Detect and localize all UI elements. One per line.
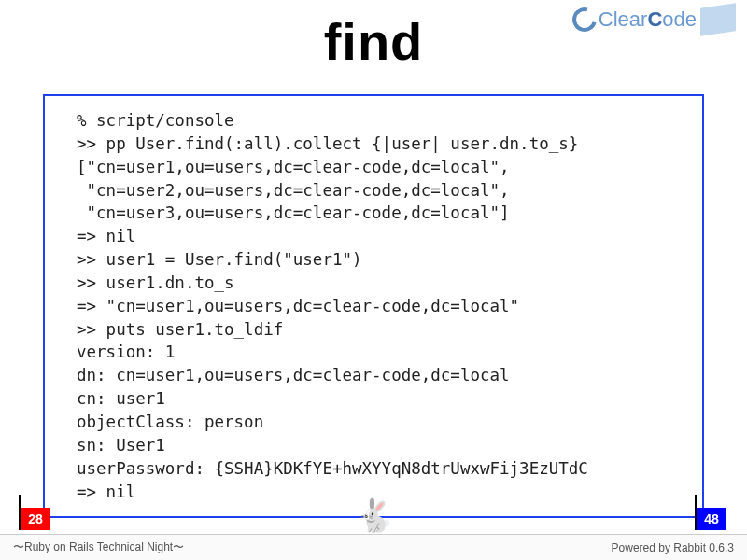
logo-square-icon [700, 3, 736, 35]
total-slides-number: 48 [704, 511, 719, 526]
rabbit-icon: 🐇 [355, 497, 394, 534]
brand-logo: ClearCode [572, 6, 736, 34]
footer: 〜Ruby on Rails Technical Night〜 Powered … [0, 534, 747, 560]
footer-right: Powered by Rabbit 0.6.3 [612, 541, 734, 554]
brand-name: ClearCode [599, 7, 697, 32]
current-slide-number: 28 [28, 511, 43, 526]
logo-c-icon [568, 3, 601, 36]
total-slides-flag: 48 [697, 508, 726, 530]
code-block: % script/console >> pp User.find(:all).c… [43, 94, 704, 518]
current-slide-flag: 28 [21, 508, 50, 530]
footer-left: 〜Ruby on Rails Technical Night〜 [13, 539, 184, 555]
